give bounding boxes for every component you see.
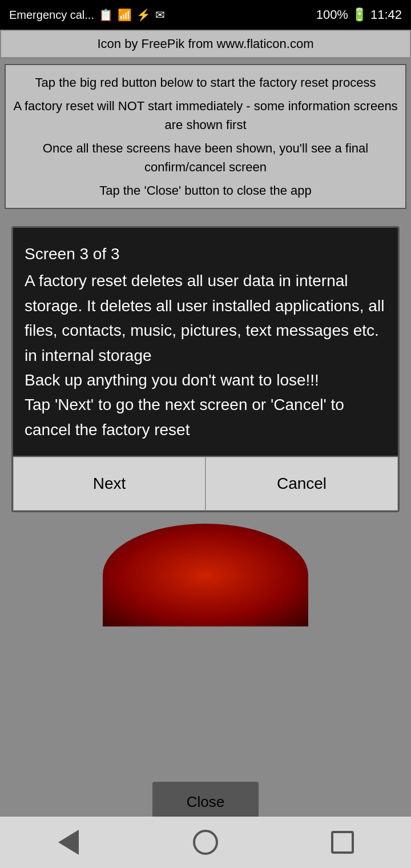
time-text: 11:42 [370,7,402,22]
info-line3: Once all these screens have been shown, … [11,139,400,176]
battery-text: 100% [316,7,348,22]
notification-icon: 📋 [99,8,113,22]
status-left: Emergency cal... 📋 📶 ⚡ ✉ [9,8,165,22]
main-content: Screen 3 of 3 A factory reset deletes al… [0,215,411,638]
dialog-text: Screen 3 of 3 A factory reset deletes al… [13,228,398,456]
dialog: Screen 3 of 3 A factory reset deletes al… [11,226,400,512]
info-line4: Tap the 'Close' button to close the app [11,181,400,200]
recent-button[interactable] [325,825,360,859]
nav-bar [0,817,411,868]
home-icon [193,830,218,855]
back-icon [58,830,79,855]
dialog-title: Screen 3 of 3 [25,242,386,266]
info-box: Tap the big red button below to start th… [5,64,406,209]
back-button[interactable] [51,825,86,859]
cancel-button[interactable]: Cancel [206,457,398,511]
dialog-buttons: Next Cancel [13,456,398,511]
url-text: Icon by FreePik from www.flaticon.com [97,37,313,51]
info-line1: Tap the big red button below to start th… [11,73,400,92]
url-bar[interactable]: Icon by FreePik from www.flaticon.com [0,30,411,58]
emergency-call-text: Emergency cal... [9,9,94,22]
recent-icon [331,831,354,854]
usb-icon: ⚡ [136,8,151,22]
home-button[interactable] [188,825,223,859]
battery-icon: 🔋 [352,7,367,22]
status-bar: Emergency cal... 📋 📶 ⚡ ✉ 100% 🔋 11:42 [0,0,411,30]
info-line2: A factory reset will NOT start immediate… [11,97,400,134]
next-button[interactable]: Next [13,457,206,511]
status-right: 100% 🔋 11:42 [316,7,402,22]
dialog-body: A factory reset deletes all user data in… [25,268,386,442]
wifi-icon: 📶 [118,8,132,22]
email-icon: ✉ [155,8,165,22]
red-reset-button[interactable] [103,524,308,626]
